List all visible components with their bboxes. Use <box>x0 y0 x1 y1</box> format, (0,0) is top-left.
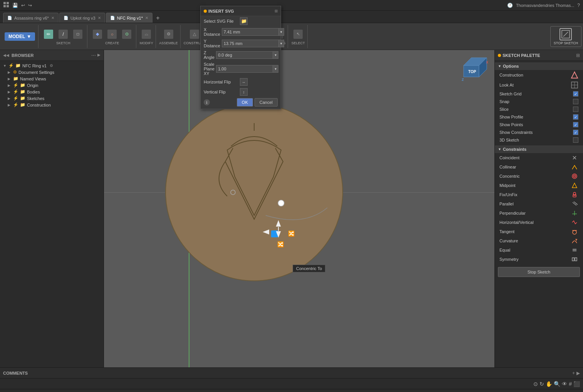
svg-line-35 <box>574 202 578 205</box>
tree-arrow-construction: ▶ <box>8 103 12 107</box>
tree-label-origin: Origin <box>27 83 38 88</box>
tab-close-1[interactable]: ✕ <box>51 16 54 20</box>
create-btn2[interactable]: ○ <box>105 28 119 40</box>
nav-cube[interactable]: TOP X Z <box>460 54 491 85</box>
nav-zoom-btn[interactable]: 🔍 <box>554 381 560 387</box>
option-constraints-check[interactable]: ✓ <box>573 130 578 135</box>
x-distance-arrow[interactable]: ▼ <box>279 28 284 36</box>
select-btn[interactable]: ↖ <box>291 28 305 40</box>
hflip-btn[interactable]: ↔ <box>240 78 248 86</box>
sketch-line-btn[interactable]: / <box>56 28 70 40</box>
constraint-perpendicular[interactable]: Perpendicular <box>495 209 583 218</box>
scale-input-group: ▼ <box>216 65 278 73</box>
constraint-symmetry[interactable]: Symmetry <box>495 255 583 264</box>
tree-root[interactable]: ▼ ⚡ 📁 NFC Ring v1 ⚙ <box>0 62 104 69</box>
assemble-btn[interactable]: ⚙ <box>162 28 176 40</box>
dialog-cancel-btn[interactable]: Cancel <box>255 98 278 107</box>
options-section-header[interactable]: ▼ Options <box>495 62 583 70</box>
constraint-hv[interactable]: Horizontal/Vertical <box>495 218 583 227</box>
constraints-section-header[interactable]: ▼ Constraints <box>495 145 583 153</box>
constraint-curvature[interactable]: Curvature <box>495 236 583 245</box>
x-distance-input[interactable] <box>222 28 279 36</box>
constraint-fix[interactable]: Fix/UnFix <box>495 190 583 199</box>
y-distance-arrow[interactable]: ▼ <box>279 40 284 47</box>
palette-expand-btn[interactable]: ⊞ <box>576 53 580 58</box>
y-distance-input[interactable] <box>222 40 279 47</box>
tree-construction[interactable]: ▶ ⚡ 📁 Construction <box>0 102 104 108</box>
tree-sketches[interactable]: ▶ ⚡ 📁 Sketches <box>0 95 104 102</box>
model-btn[interactable]: MODEL ▼ <box>5 32 35 41</box>
constraint-concentric[interactable]: Concentric <box>495 172 583 181</box>
dialog-ok-btn[interactable]: OK <box>237 98 253 107</box>
option-slice-check[interactable] <box>573 107 578 112</box>
option-points-check[interactable]: ✓ <box>573 122 578 127</box>
constraint-coincident-label: Coincident <box>499 155 519 160</box>
tree-doc-settings[interactable]: ▶ ⚙ Document Settings <box>0 69 104 75</box>
vflip-btn[interactable]: ↕ <box>240 88 248 96</box>
palette-stop-sketch-btn[interactable]: Stop Sketch <box>498 267 580 277</box>
scale-arrow[interactable]: ▼ <box>273 65 278 73</box>
option-3dsketch-check[interactable] <box>573 137 578 143</box>
scale-input[interactable] <box>216 65 273 73</box>
browser-close-btn[interactable]: ▶ <box>97 53 101 58</box>
sketch-rect-btn[interactable]: □ <box>71 28 85 40</box>
tree-arrow-root: ▼ <box>3 64 7 68</box>
create-btn3[interactable]: ⊙ <box>120 28 134 40</box>
nav-orbit-btn[interactable]: ↻ <box>539 381 544 387</box>
z-angle-input[interactable] <box>216 51 273 59</box>
tree-origin[interactable]: ▶ ⚡ 📁 Origin <box>0 82 104 88</box>
constraint-coincident[interactable]: Coincident <box>495 153 583 162</box>
undo-btn[interactable]: ↩ <box>21 3 25 8</box>
constraint-tangent[interactable]: Tangent <box>495 227 583 236</box>
nav-display-btn[interactable]: ⬛ <box>573 381 580 387</box>
stop-sketch-btn[interactable]: STOP SKETCH <box>550 26 581 47</box>
nav-grid-btn[interactable]: # <box>569 381 572 387</box>
toolbar-sketch-group: ✏ / □ SKETCH <box>39 25 87 48</box>
constraint-curvature-label: Curvature <box>499 239 518 243</box>
constraint-midpoint[interactable]: Midpoint <box>495 181 583 190</box>
sketch-btn[interactable]: ✏ <box>42 28 55 40</box>
svg-text:TOP: TOP <box>468 70 476 74</box>
z-angle-arrow[interactable]: ▼ <box>273 51 278 59</box>
constraint-concentric-label: Concentric <box>499 174 520 178</box>
dialog-expand-btn[interactable]: ⊞ <box>275 9 278 13</box>
model-dropdown[interactable]: MODEL ▼ <box>2 25 39 48</box>
create-btn[interactable]: ◆ <box>90 28 104 40</box>
modify-group-label: MODIFY <box>140 41 153 45</box>
constraint-parallel[interactable]: Parallel <box>495 199 583 209</box>
help-icon[interactable]: ? <box>577 3 580 8</box>
tab-add-button[interactable]: + <box>153 13 163 23</box>
tree-bodies[interactable]: ▶ ⚡ 📁 Bodies <box>0 88 104 95</box>
constraint-collinear[interactable]: Collinear <box>495 162 583 172</box>
svg-file-btn[interactable]: 📁 <box>240 17 248 25</box>
main-area: ◀◀ BROWSER ⋯ ▶ ▼ ⚡ 📁 NFC Ring v1 ⚙ ▶ ⚙ D… <box>0 50 583 367</box>
tab-close-2[interactable]: ✕ <box>98 16 101 20</box>
lookat-icon <box>571 81 578 89</box>
file-save-icon[interactable]: 💾 <box>12 3 18 8</box>
tree-icon-bodies: ⚡ <box>13 89 18 94</box>
comments-left: COMMENTS <box>3 371 28 375</box>
canvas-area[interactable]: 🔀 🔀 Concentric To TOP X Z <box>104 50 494 367</box>
nav-look-btn[interactable]: 👁 <box>562 381 567 387</box>
option-grid-check[interactable]: ✓ <box>573 91 578 97</box>
tab-nfc-ring[interactable]: 📄 NFC Ring v1* ✕ <box>106 13 152 23</box>
redo-btn[interactable]: ↪ <box>28 3 32 8</box>
constraint-equal[interactable]: Equal <box>495 245 583 255</box>
browser-collapse-btn[interactable]: ◀◀ <box>3 53 9 57</box>
option-profile-check[interactable]: ✓ <box>573 114 578 120</box>
tab-close-3[interactable]: ✕ <box>145 16 148 20</box>
nav-fit-btn[interactable]: ⊙ <box>533 381 538 387</box>
modify-btn[interactable]: ⌓ <box>139 28 153 40</box>
construct-btn[interactable]: △ <box>188 28 201 40</box>
tree-icon-sketches2: 📁 <box>20 96 25 101</box>
tab-assassins-ring[interactable]: 📄 Assassins ring v6* ✕ <box>3 13 59 23</box>
y-distance-row: Y Distance ▼ <box>201 38 281 49</box>
svg-text:🔀: 🔀 <box>277 241 284 248</box>
option-snap-check[interactable] <box>573 99 578 104</box>
browser-expand-btn[interactable]: ⋯ <box>91 53 96 58</box>
nav-pan-btn[interactable]: ✋ <box>546 381 552 387</box>
add-comment-btn[interactable]: + <box>572 370 575 376</box>
comments-expand-btn[interactable]: ▶ <box>576 370 580 376</box>
tab-upkot-ring[interactable]: 📄 Upkot ring v3 ✕ <box>59 13 105 23</box>
tree-named-views[interactable]: ▶ 📁 Named Views <box>0 75 104 82</box>
